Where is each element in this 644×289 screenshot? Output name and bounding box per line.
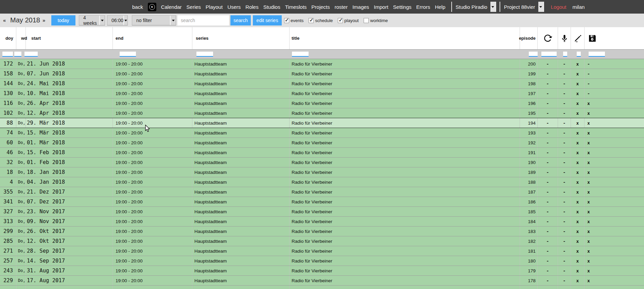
nav-item-calendar[interactable]: Calendar bbox=[159, 4, 184, 10]
column-header-archive[interactable] bbox=[585, 27, 644, 49]
schedule-row[interactable]: 327 Do, 23. Nov 2017 19:00 - 20:00 Haupt… bbox=[0, 207, 644, 217]
schedule-row[interactable]: 299 Do, 26. Okt 2017 19:00 - 20:00 Haupt… bbox=[0, 227, 644, 236]
filter-select[interactable]: no filter bbox=[132, 15, 176, 25]
edit-series-button[interactable]: edit series bbox=[253, 15, 282, 25]
nav-item-import[interactable]: Import bbox=[371, 4, 391, 10]
filter-input-episode[interactable] bbox=[529, 52, 538, 57]
column-header-edit[interactable] bbox=[571, 27, 585, 49]
today-button[interactable]: today bbox=[51, 15, 75, 25]
cell-title: Radio für Vierbeiner bbox=[290, 217, 520, 226]
column-header-rerun[interactable] bbox=[538, 27, 558, 49]
schedule-row[interactable]: 257 Do, 14. Sep 2017 19:00 - 20:00 Haupt… bbox=[0, 256, 644, 266]
checkbox-schedule[interactable]: schedule bbox=[309, 18, 333, 23]
schedule-row[interactable]: 341 Do, 07. Dez 2017 19:00 - 20:00 Haupt… bbox=[0, 197, 644, 207]
search-input[interactable] bbox=[177, 15, 229, 25]
chevron-down-icon bbox=[538, 2, 543, 12]
checkbox-box-playout[interactable] bbox=[338, 18, 343, 23]
studio-select[interactable]: Studio Piradio bbox=[451, 2, 496, 12]
filter-input-archive[interactable] bbox=[589, 52, 605, 57]
schedule-row[interactable]: 74 Do, 15. Mär 2018 19:00 - 20:00 Haupts… bbox=[0, 128, 644, 138]
cell-title: Radio für Vierbeiner bbox=[290, 108, 520, 118]
schedule-row[interactable]: 172 Do, 21. Jun 2018 19:00 - 20:00 Haupt… bbox=[0, 59, 644, 69]
cell-start-date: 01. Feb 2018 bbox=[26, 158, 113, 167]
filter-input-start[interactable] bbox=[24, 52, 38, 57]
nav-item-roles[interactable]: Roles bbox=[243, 4, 261, 10]
nav-item-settings[interactable]: Settings bbox=[391, 4, 414, 10]
schedule-row[interactable]: 60 Do, 01. Mär 2018 19:00 - 20:00 Haupts… bbox=[0, 138, 644, 148]
column-header-title[interactable]: title bbox=[290, 27, 520, 49]
time-select[interactable]: 06:00 bbox=[107, 15, 128, 25]
filter-input-rerun[interactable] bbox=[541, 52, 557, 57]
column-header-end[interactable]: end bbox=[113, 27, 192, 49]
filter-input-doy[interactable] bbox=[2, 52, 13, 57]
filter-input-end[interactable] bbox=[120, 52, 136, 57]
cell-series: Hauptstadtteam bbox=[192, 217, 290, 226]
chevron-down-icon bbox=[99, 16, 105, 25]
schedule-row[interactable]: 18 Do, 18. Jan 2018 19:00 - 20:00 Haupts… bbox=[0, 167, 644, 177]
cell-episode: 193 bbox=[520, 128, 538, 138]
schedule-row[interactable]: 285 Do, 12. Okt 2017 19:00 - 20:00 Haupt… bbox=[0, 236, 644, 246]
nav-item-studios[interactable]: Studios bbox=[261, 4, 283, 10]
logout-link[interactable]: Logout bbox=[549, 4, 569, 10]
cell-recording-flag bbox=[558, 286, 571, 289]
checkbox-box-schedule[interactable] bbox=[309, 18, 314, 23]
cell-weekday: Do, bbox=[16, 236, 26, 246]
schedule-row[interactable]: 116 Do, 26. Apr 2018 19:00 - 20:00 Haupt… bbox=[0, 98, 644, 108]
checkbox-worktime[interactable]: worktime bbox=[364, 18, 388, 23]
filter-input-recording[interactable] bbox=[563, 52, 567, 57]
cell-series: Hauptstadtteam bbox=[192, 177, 290, 187]
cell-time-range: 19:00 - 20:00 bbox=[113, 138, 192, 147]
schedule-row[interactable]: 46 Do, 15. Feb 2018 19:00 - 20:00 Haupts… bbox=[0, 148, 644, 158]
checkbox-box-events[interactable] bbox=[284, 18, 289, 23]
nav-item-series[interactable]: Series bbox=[184, 4, 204, 10]
schedule-row[interactable]: 4 Do, 04. Jan 2018 19:00 - 20:00 Hauptst… bbox=[0, 177, 644, 187]
column-header-doy[interactable]: doy bbox=[0, 27, 16, 49]
column-header-start[interactable]: start bbox=[26, 27, 113, 49]
schedule-row[interactable]: 229 Do, 17. Aug 2017 19:00 - 20:00 Haupt… bbox=[0, 276, 644, 286]
range-select[interactable]: 4 weeks bbox=[79, 15, 105, 25]
schedule-row[interactable]: 158 Do, 07. Jun 2018 19:00 - 20:00 Haupt… bbox=[0, 69, 644, 79]
cell-doy: 130 bbox=[0, 89, 16, 98]
schedule-row-partial[interactable] bbox=[0, 286, 644, 289]
chevron-down-icon bbox=[123, 16, 127, 25]
filter-input-title[interactable] bbox=[292, 52, 309, 57]
schedule-row[interactable]: 355 Do, 21. Dez 2017 19:00 - 20:00 Haupt… bbox=[0, 187, 644, 197]
column-header-recording[interactable] bbox=[558, 27, 571, 49]
nav-item-timeslots[interactable]: Timeslots bbox=[283, 4, 309, 10]
nav-item-help[interactable]: Help bbox=[433, 4, 448, 10]
schedule-row[interactable]: 243 Do, 31. Aug 2017 19:00 - 20:00 Haupt… bbox=[0, 266, 644, 276]
checkbox-playout[interactable]: playout bbox=[338, 18, 359, 23]
rerun-icon bbox=[543, 33, 553, 43]
nav-item-projects[interactable]: Projects bbox=[309, 4, 332, 10]
cell-time-range: 19:00 - 20:00 bbox=[113, 227, 192, 236]
schedule-row[interactable]: 144 Do, 24. Mai 2018 19:00 - 20:00 Haupt… bbox=[0, 79, 644, 89]
checkbox-box-worktime[interactable] bbox=[364, 18, 369, 23]
nav-item-errors[interactable]: Errors bbox=[414, 4, 433, 10]
cell-episode: 195 bbox=[520, 108, 538, 118]
schedule-row[interactable]: 102 Do, 12. Apr 2018 19:00 - 20:00 Haupt… bbox=[0, 108, 644, 118]
schedule-row[interactable]: 271 Do, 28. Sep 2017 19:00 - 20:00 Haupt… bbox=[0, 246, 644, 256]
column-header-episode[interactable]: episode bbox=[520, 27, 538, 49]
nav-item-users[interactable]: Users bbox=[225, 4, 243, 10]
project-select[interactable]: Project 88vier bbox=[500, 2, 544, 12]
filter-input-edit[interactable] bbox=[577, 52, 581, 57]
filter-input-series[interactable] bbox=[196, 52, 213, 57]
schedule-row[interactable]: 32 Do, 01. Feb 2018 19:00 - 20:00 Haupts… bbox=[0, 158, 644, 167]
schedule-row[interactable]: 130 Do, 10. Mai 2018 19:00 - 20:00 Haupt… bbox=[0, 89, 644, 98]
next-month-button[interactable]: » bbox=[42, 17, 45, 23]
nav-item-roster[interactable]: roster bbox=[332, 4, 350, 10]
column-header-wd[interactable]: wd bbox=[16, 27, 26, 49]
nav-item-playout[interactable]: Playout bbox=[203, 4, 225, 10]
schedule-row[interactable]: 88 Do, 29. Mär 2018 19:00 - 20:00 Haupts… bbox=[0, 118, 644, 128]
prev-month-button[interactable]: « bbox=[3, 17, 6, 23]
checkbox-events[interactable]: events bbox=[284, 18, 303, 23]
nav-back[interactable]: back bbox=[130, 4, 145, 10]
nav-item-images[interactable]: Images bbox=[350, 4, 371, 10]
app-logo[interactable]: n bbox=[148, 3, 156, 11]
search-button[interactable]: search bbox=[230, 15, 251, 25]
column-header-series[interactable]: series bbox=[192, 27, 290, 49]
filter-input-wd[interactable] bbox=[14, 52, 21, 57]
cell-archive-flag: x bbox=[585, 148, 644, 157]
cell-recording-flag: - bbox=[558, 256, 571, 266]
schedule-row[interactable]: 313 Do, 09. Nov 2017 19:00 - 20:00 Haupt… bbox=[0, 217, 644, 227]
